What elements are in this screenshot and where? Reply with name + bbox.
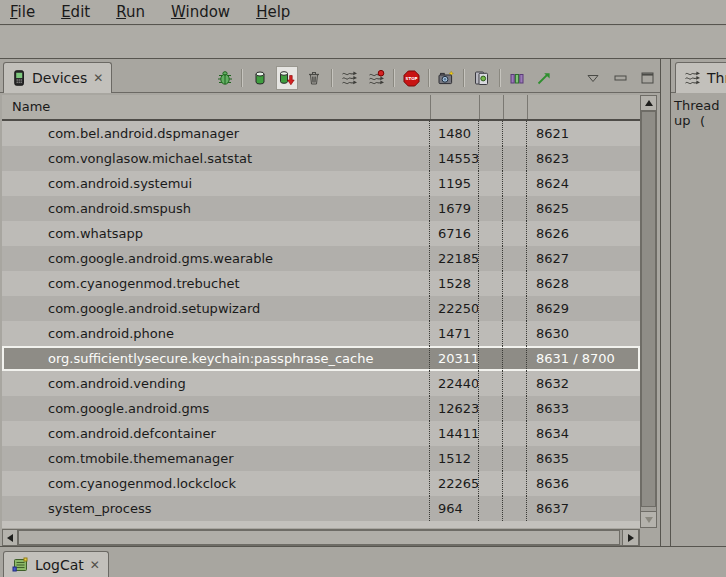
table-row[interactable]: com.android.smspush16798625	[2, 196, 640, 221]
cell-name: com.android.systemui	[2, 171, 430, 196]
cell-e2	[503, 246, 527, 271]
tab-logcat[interactable]: LogCat ✕	[3, 551, 109, 577]
horizontal-scrollbar-thumb[interactable]	[18, 530, 620, 545]
threads-message-line2: (	[700, 114, 705, 129]
svg-text:STOP: STOP	[406, 76, 418, 81]
tab-logcat-label: LogCat	[35, 557, 84, 573]
vertical-scrollbar-thumb[interactable]	[641, 111, 656, 507]
screen-capture-icon	[438, 70, 455, 86]
scroll-up-button[interactable]	[640, 95, 657, 111]
table-row[interactable]: com.whatsapp67168626	[2, 221, 640, 246]
cell-e1	[479, 446, 503, 471]
scroll-left-button[interactable]	[2, 529, 18, 546]
table-row[interactable]: com.android.defcontainer144118634	[2, 421, 640, 446]
update-heap-icon	[252, 70, 268, 86]
multi-screen-capture-button[interactable]	[471, 66, 492, 90]
cell-pid: 12623	[430, 396, 479, 421]
cell-pid: 1512	[430, 446, 479, 471]
menu-help[interactable]: Help	[256, 3, 290, 21]
table-row[interactable]: com.tmobile.thememanager15128635	[2, 446, 640, 471]
toolbar-separator	[241, 69, 243, 87]
table-row[interactable]: com.android.phone14718630	[2, 321, 640, 346]
cell-e1	[479, 246, 503, 271]
cell-e2	[503, 421, 527, 446]
table-row[interactable]: system_process9648637	[2, 496, 640, 521]
method-profiling-icon	[368, 70, 385, 86]
cell-e2	[503, 296, 527, 321]
menu-file[interactable]: File	[10, 3, 35, 21]
toolbar-separator	[393, 69, 395, 87]
cell-name: org.sufficientlysecure.keychain:passphra…	[2, 346, 430, 371]
cell-pid: 22265	[430, 471, 479, 496]
minimize-button[interactable]	[610, 66, 631, 90]
cell-e2	[503, 396, 527, 421]
cause-gc-button[interactable]	[304, 66, 325, 90]
arrow-left-icon	[7, 534, 13, 542]
maximize-button[interactable]	[637, 66, 658, 90]
debug-attach-button[interactable]	[214, 66, 235, 90]
cell-e1	[479, 321, 503, 346]
table-row[interactable]: com.android.systemui11958624	[2, 171, 640, 196]
systrace-arrow-button[interactable]	[534, 66, 555, 90]
cell-e1	[479, 196, 503, 221]
cell-e1	[479, 496, 503, 521]
ddms-window: FileEditRunWindowHelp Devices ✕ STOP Nam…	[0, 0, 726, 577]
table-row[interactable]: com.android.vending224408632	[2, 371, 640, 396]
scroll-down-button[interactable]	[640, 511, 657, 528]
cell-e2	[503, 171, 527, 196]
column-divider[interactable]	[527, 95, 528, 119]
menu-window[interactable]: Window	[171, 3, 230, 21]
cell-e1	[479, 221, 503, 246]
tab-devices-label: Devices	[32, 70, 87, 86]
table-row[interactable]: com.google.android.gms.wearable221858627	[2, 246, 640, 271]
table-row[interactable]: com.bel.android.dspmanager14808621	[2, 121, 640, 146]
close-icon[interactable]: ✕	[93, 72, 103, 84]
column-divider[interactable]	[479, 95, 480, 119]
table-row-selected[interactable]: org.sufficientlysecure.keychain:passphra…	[2, 346, 640, 371]
tab-threads[interactable]: Threads	[675, 62, 726, 93]
table-row[interactable]: com.cyanogenmod.lockclock222658636	[2, 471, 640, 496]
cell-name: com.android.smspush	[2, 196, 430, 221]
menu-bar: FileEditRunWindowHelp	[0, 0, 726, 25]
column-header-name[interactable]: Name	[2, 99, 50, 114]
stop-process-button[interactable]: STOP	[401, 66, 422, 90]
phone-icon	[12, 70, 26, 86]
menu-run[interactable]: Run	[116, 3, 145, 21]
update-threads-button[interactable]	[339, 66, 360, 90]
cell-e1	[479, 371, 503, 396]
menu-edit[interactable]: Edit	[61, 3, 90, 21]
cell-e2	[503, 471, 527, 496]
dump-hprof-icon	[278, 70, 295, 86]
maximize-icon	[641, 72, 654, 84]
cell-name: com.android.vending	[2, 371, 430, 396]
column-divider[interactable]	[503, 95, 504, 119]
view-menu-button[interactable]	[582, 66, 603, 90]
method-profiling-button[interactable]	[366, 66, 387, 90]
dump-hprof-button[interactable]	[276, 66, 297, 90]
cell-e1	[479, 471, 503, 496]
logcat-icon	[12, 557, 29, 573]
cell-name: com.cyanogenmod.lockclock	[2, 471, 430, 496]
cell-port: 8636	[527, 471, 640, 496]
column-divider[interactable]	[430, 95, 431, 119]
cell-e1	[479, 346, 503, 371]
table-row[interactable]: com.cyanogenmod.trebuchet15288628	[2, 271, 640, 296]
screen-capture-button[interactable]	[436, 66, 457, 90]
cell-port: 8627	[527, 246, 640, 271]
arrow-right-icon	[628, 534, 634, 542]
table-row[interactable]: com.vonglasow.michael.satstat145538623	[2, 146, 640, 171]
cell-port: 8634	[527, 421, 640, 446]
table-row[interactable]: com.google.android.gms126238633	[2, 396, 640, 421]
cell-name: com.tmobile.thememanager	[2, 446, 430, 471]
scroll-right-button[interactable]	[622, 529, 639, 546]
tab-devices[interactable]: Devices ✕	[3, 62, 112, 93]
tab-threads-label: Threads	[707, 70, 726, 86]
cell-e2	[503, 121, 527, 146]
update-heap-button[interactable]	[249, 66, 270, 90]
arrow-up-icon	[645, 100, 653, 106]
cell-pid: 1195	[430, 171, 479, 196]
sysinfo-bars-button[interactable]	[507, 66, 528, 90]
close-icon[interactable]: ✕	[90, 559, 100, 571]
table-row[interactable]: com.google.android.setupwizard222508629	[2, 296, 640, 321]
cell-name: system_process	[2, 496, 430, 521]
